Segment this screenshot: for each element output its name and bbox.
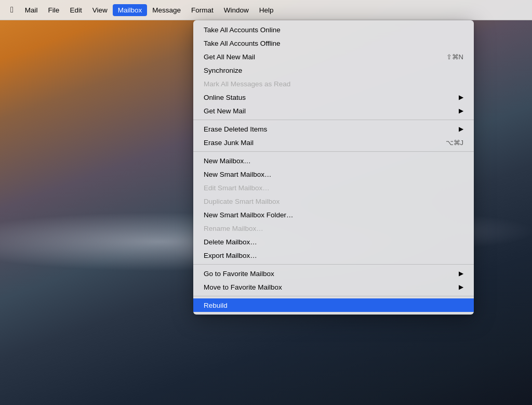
menu-item-label-take-offline: Take All Accounts Offline [204,40,463,47]
menu-item-export-mailbox[interactable]: Export Mailbox… [193,249,474,262]
menu-item-rebuild[interactable]: Rebuild [193,298,474,312]
menu-item-label-move-to-favorite: Move to Favorite Mailbox [204,283,459,291]
menu-item-label-export-mailbox: Export Mailbox… [204,252,463,259]
menubar-item-view[interactable]: View [87,4,113,16]
menu-item-delete-mailbox[interactable]: Delete Mailbox… [193,235,474,249]
menu-item-label-new-smart-mailbox: New Smart Mailbox… [204,171,463,178]
menubar: MailFileEditViewMailboxMessageFormatWin… [0,0,532,20]
menu-item-move-to-favorite[interactable]: Move to Favorite Mailbox▶ [193,280,474,294]
menubar-item-file[interactable]: File [43,4,65,16]
menu-item-label-delete-mailbox: Delete Mailbox… [204,238,463,246]
menu-item-arrow-get-new-mail: ▶ [459,107,463,114]
menu-item-arrow-move-to-favorite: ▶ [459,283,463,291]
menu-item-label-synchronize: Synchronize [204,67,463,74]
menu-item-label-get-new-mail: Get New Mail [204,107,459,115]
menu-separator-8 [193,151,474,152]
menu-item-label-mark-all-read: Mark All Messages as Read [204,80,463,88]
menu-item-label-erase-junk: Erase Junk Mail [204,139,446,147]
menu-item-mark-all-read: Mark All Messages as Read [193,77,474,90]
menu-item-shortcut-get-all-new-mail: ⇧⌘N [446,53,463,61]
menubar-item-mail[interactable]: Mail [20,4,43,16]
menu-item-shortcut-erase-junk: ⌥⌘J [446,139,464,147]
menu-item-erase-junk[interactable]: Erase Junk Mail⌥⌘J [193,136,474,149]
menubar-item-format[interactable]: Format [186,4,219,16]
menu-item-duplicate-smart-mailbox: Duplicate Smart Mailbox [193,194,474,208]
menu-item-online-status[interactable]: Online Status▶ [193,90,474,104]
menubar-item-edit[interactable]: Edit [64,4,87,16]
menu-item-label-new-mailbox: New Mailbox… [204,157,463,165]
menu-item-edit-smart-mailbox: Edit Smart Mailbox… [193,181,474,194]
menu-separator-16 [193,264,474,265]
menu-item-label-edit-smart-mailbox: Edit Smart Mailbox… [204,184,463,192]
menu-item-label-take-online: Take All Accounts Online [204,26,463,34]
menu-separator-18 [193,296,474,296]
menu-item-label-rename-mailbox: Rename Mailbox… [204,225,463,232]
menu-item-new-smart-mailbox[interactable]: New Smart Mailbox… [193,167,474,181]
menu-item-label-rebuild: Rebuild [204,302,463,309]
menu-item-rename-mailbox: Rename Mailbox… [193,221,474,235]
menu-item-go-to-favorite[interactable]: Go to Favorite Mailbox▶ [193,267,474,280]
menu-item-arrow-online-status: ▶ [459,94,463,101]
menu-item-arrow-go-to-favorite: ▶ [459,270,463,277]
menu-item-take-online[interactable]: Take All Accounts Online [193,23,474,36]
menu-item-label-duplicate-smart-mailbox: Duplicate Smart Mailbox [204,198,463,205]
menubar-item-message[interactable]: Message [147,4,186,16]
menu-separator-6 [193,120,474,120]
menu-item-get-new-mail[interactable]: Get New Mail▶ [193,104,474,117]
menu-item-synchronize[interactable]: Synchronize [193,63,474,77]
menu-item-label-erase-deleted: Erase Deleted Items [204,125,459,133]
menu-item-erase-deleted[interactable]: Erase Deleted Items▶ [193,122,474,136]
menu-item-take-offline[interactable]: Take All Accounts Offline [193,36,474,50]
menu-item-get-all-new-mail[interactable]: Get All New Mail⇧⌘N [193,50,474,63]
menu-item-arrow-erase-deleted: ▶ [459,125,463,133]
mailbox-menu: Take All Accounts OnlineTake All Account… [193,20,474,315]
menu-item-label-new-smart-folder: New Smart Mailbox Folder… [204,211,463,219]
menubar-item-window[interactable]: Window [219,4,254,16]
menu-item-new-mailbox[interactable]: New Mailbox… [193,154,474,167]
menubar-item-help[interactable]: Help [254,4,279,16]
menu-item-label-online-status: Online Status [204,94,459,101]
menubar-item-apple[interactable]:  [4,3,20,17]
menu-item-label-get-all-new-mail: Get All New Mail [204,53,446,61]
menu-item-new-smart-folder[interactable]: New Smart Mailbox Folder… [193,208,474,221]
menubar-item-mailbox[interactable]: Mailbox [113,4,148,16]
menu-item-label-go-to-favorite: Go to Favorite Mailbox [204,270,459,278]
